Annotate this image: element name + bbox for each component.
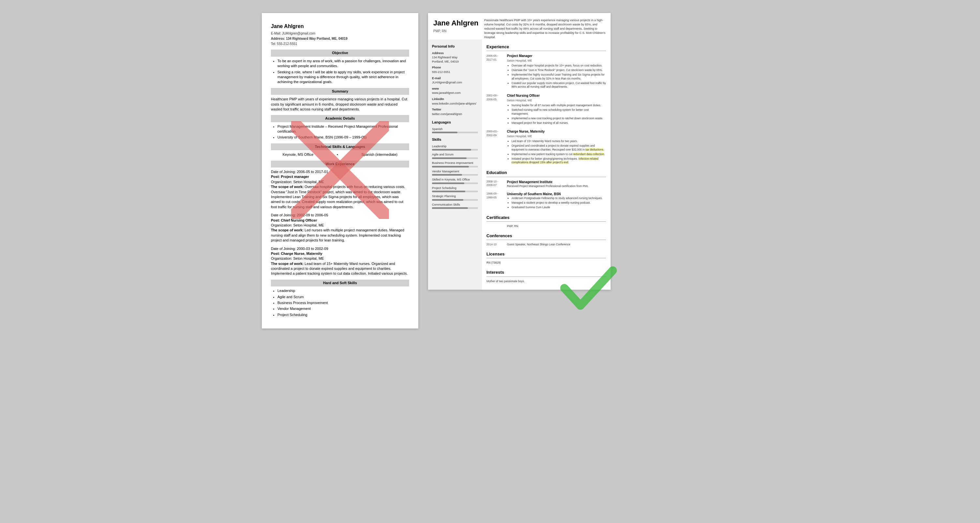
edu-school-1: Project Management Institute (507, 180, 606, 184)
int-entry-1: Mother of two passionate boys. (487, 280, 606, 283)
skill-4: Vendor Management (277, 306, 409, 311)
skill-5: Project Scheduling (277, 313, 409, 317)
right-name-block: Jane Ahlgren PMP, RN (433, 18, 479, 40)
field-www-label: www (432, 87, 478, 91)
lic-content-1: RN (73829) (487, 261, 501, 265)
edu-bullet-2-2: Managed a student project to develop a w… (512, 201, 606, 205)
conf-entry-1: 2014-10 Guest Speaker, Northeast Shingo … (487, 243, 606, 247)
skill-leadership-name: Leadership (432, 145, 478, 149)
skill-vendor: Vendor Management (432, 169, 478, 176)
skill-bpi: Business Process Improvement (432, 161, 478, 167)
edu-bullet-2-3: Graduated Summa Cum Laude (512, 206, 606, 210)
work-org-3: Organization: Seton Hospital, ME (271, 256, 409, 261)
licenses-section-title: Licenses (487, 251, 606, 258)
academic-list: Project Management Institute – Received … (271, 124, 409, 140)
skills-col2: Spanish (intermediate) (361, 152, 398, 157)
exp-entry-1: 2006-05 -2017-01 Project Manager Seton H… (487, 54, 606, 90)
exp-bullets-2: Nursing leader for all 87 nurses with mu… (507, 103, 606, 125)
left-address: Address: 134 Rightward Way Portland, ME,… (271, 37, 409, 41)
exp-bullet-1-3: Implemented the highly successful Lean T… (512, 73, 606, 81)
exp-entry-2: 2002-09 -2006-05 Chief Nursing Officer S… (487, 94, 606, 126)
exp-bullet-2-2: Switched nursing staff to new scheduling… (512, 108, 606, 116)
edu-content-2: University of Southern Maine, BSN Anders… (507, 192, 606, 210)
edu-bullets-2: Andersen Postgraduate Fellowship to stud… (507, 197, 606, 210)
work-scope-3: The scope of work: Lead team of 15+ Mate… (271, 261, 409, 276)
cert-entry-1: PMP, RN (487, 224, 606, 229)
section-hardsoft-title: Hard and Soft Skills (271, 280, 409, 286)
edu-entry-2: 1996-09 -1999-05 University of Southern … (487, 192, 606, 210)
skill-communication-name: Communication Skills (432, 203, 478, 207)
skill-vendor-name: Vendor Management (432, 169, 478, 174)
exp-bullet-2-3: Implemented a new cost tracking project … (512, 117, 606, 121)
field-linkedin-value: www.linkedin.com/in/jane-ahlgren/ (432, 102, 478, 106)
right-name: Jane Ahlgren (433, 18, 479, 29)
objective-item-1: To be an expert in my area of work, with… (277, 59, 409, 69)
work-date-3: Date of Joining: 2000-03 to 2002-09 (271, 246, 409, 251)
exp-bullet-3-2: Organized and coordinated a project to d… (512, 144, 606, 152)
work-post-1: Post: Project manager (271, 174, 409, 179)
lang-spanish-name: Spanish (432, 127, 478, 131)
skill-1: Leadership (277, 288, 409, 293)
exp-date-2: 2002-09 -2006-05 (487, 94, 504, 126)
left-name: Jane Ahlgren (271, 23, 409, 30)
work-entry-1: Date of Joining: 2006-05 to 2017-01 Post… (271, 169, 409, 210)
exp-date-1: 2006-05 -2017-01 (487, 54, 504, 90)
right-resume-wrapper: Jane Ahlgren PMP, RN Passionate healthca… (428, 13, 611, 329)
education-section-title: Education (487, 170, 606, 177)
conf-content-1: Guest Speaker, Northeast Shingo Lean Con… (507, 243, 570, 247)
cert-content-1: PMP, RN (507, 224, 518, 229)
work-scope-1: The scope of work: Oversaw hospital proj… (271, 184, 409, 210)
skill-3: Business Process Improvement (277, 300, 409, 305)
skill-strategic-name: Strategic Planning (432, 194, 478, 199)
experience-section-title: Experience (487, 44, 606, 51)
technical-skills-row: Keynote, MS Office • Spanish (intermedia… (271, 152, 409, 157)
field-address-value: 134 Rightward WayPortland, ME, 04019 (432, 56, 478, 64)
exp-content-2: Chief Nursing Officer Seton Hospital, ME… (507, 94, 606, 126)
right-title: PMP, RN (433, 29, 479, 33)
summary-text: Healthcare PMP with years of experience … (271, 97, 409, 112)
academic-item-1: Project Management Institute – Received … (277, 124, 409, 134)
left-resume: Jane Ahlgren E-Mail: JUAhlgren@gmail.com… (262, 13, 418, 329)
edu-entry-1: 2008-10 -2008-07 Project Management Inst… (487, 180, 606, 189)
work-org-1: Organization: Seton Hospital, ME (271, 180, 409, 184)
resume-comparison: Jane Ahlgren E-Mail: JUAhlgren@gmail.com… (262, 13, 718, 329)
right-header: Jane Ahlgren PMP, RN Passionate healthca… (428, 13, 611, 40)
work-date-1: Date of Joining: 2006-05 to 2017-01 (271, 169, 409, 174)
skill-strategic: Strategic Planning (432, 194, 478, 201)
lang-spanish: Spanish (432, 127, 478, 134)
skill-communication: Communication Skills (432, 203, 478, 209)
edu-detail-1: Received Project Management Professional… (507, 184, 606, 188)
section-summary-title: Summary (271, 88, 409, 95)
skill-leadership: Leadership (432, 145, 478, 151)
left-resume-wrapper: Jane Ahlgren E-Mail: JUAhlgren@gmail.com… (262, 13, 418, 329)
exp-title-3: Charge Nurse, Maternity (507, 129, 606, 134)
exp-bullets-1: Oversaw all major hospital projects for … (507, 64, 606, 89)
exp-bullet-3-1: Led team of 15+ Maternity Ward nurses fo… (512, 140, 606, 143)
exp-bullet-2-1: Nursing leader for all 87 nurses with mu… (512, 103, 606, 108)
field-email-value: JUAhlgren@gmail.com (432, 81, 478, 85)
interests-section-title: Interests (487, 269, 606, 277)
section-work-title: Work Experience (271, 161, 409, 167)
exp-bullet-1-2: Oversaw the "Just in Time Restock" proje… (512, 68, 606, 72)
exp-org-1: Seton Hospital, ME (507, 59, 606, 63)
skill-project-scheduling: Project Scheduling (432, 186, 478, 192)
skill-keynote-name: Skilled in Keynote, MS Office (432, 178, 478, 182)
languages-title: Languages (432, 120, 478, 125)
right-resume: Jane Ahlgren PMP, RN Passionate healthca… (428, 13, 611, 290)
field-twitter-label: Twitter (432, 108, 478, 112)
field-phone-value: 555-212-5551 (432, 70, 478, 74)
cert-date-1 (487, 224, 504, 229)
edu-school-2: University of Southern Maine, BSN (507, 192, 606, 197)
skills-col1: Keynote, MS Office (283, 152, 313, 157)
work-entry-3: Date of Joining: 2000-03 to 2002-09 Post… (271, 246, 409, 276)
certificates-section-title: Certificates (487, 215, 606, 222)
work-post-3: Post: Charge Nurse, Maternity (271, 251, 409, 256)
skill-project-scheduling-name: Project Scheduling (432, 186, 478, 190)
lang-spanish-bar-fill (432, 132, 457, 133)
edu-content-1: Project Management Institute Received Pr… (507, 180, 606, 189)
field-twitter-value: twitter.com/janeahlgren (432, 112, 478, 116)
exp-bullets-3: Led team of 15+ Maternity Ward nurses fo… (507, 140, 606, 165)
field-www-value: www.janeahlgren.com (432, 91, 478, 95)
work-date-2: Date of Joining: 2002-09 to 2006-05 (271, 213, 409, 218)
personal-info-title: Personal Info (432, 44, 478, 49)
